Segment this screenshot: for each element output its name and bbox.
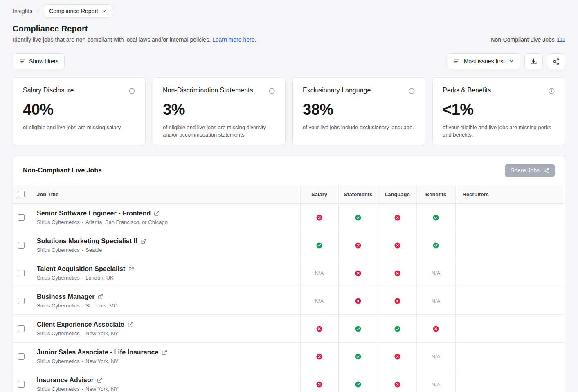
share-jobs-button[interactable]: Share Jobs xyxy=(505,164,555,177)
x-circle-icon xyxy=(394,354,400,360)
external-link-icon[interactable] xyxy=(154,211,160,216)
column-header-statements: Statements xyxy=(338,185,378,204)
breadcrumb-separator: / xyxy=(37,8,39,14)
job-location: St. Louis, MO xyxy=(85,302,118,309)
stat-description: of eligible and live jobs are missing di… xyxy=(163,124,275,139)
benefits-status-cell: N/A xyxy=(416,370,455,392)
learn-more-link[interactable]: Learn more here xyxy=(212,36,255,43)
language-status-cell xyxy=(378,315,416,343)
non-compliant-summary: Non-Compliant Live Jobs111 xyxy=(490,36,565,43)
check-circle-icon xyxy=(355,354,361,360)
share-button[interactable] xyxy=(547,53,565,69)
compliance-report-page: Insights / Compliance Report Compliance … xyxy=(0,0,578,392)
not-applicable-label: N/A xyxy=(432,298,441,304)
job-title-link[interactable]: Client Experience Associate xyxy=(37,321,124,328)
breadcrumb-insights[interactable]: Insights xyxy=(13,8,32,14)
table-row: Client Experience Associate Sirius Cyber… xyxy=(13,315,565,343)
external-link-icon[interactable] xyxy=(97,377,103,383)
not-applicable-label: N/A xyxy=(315,298,324,304)
external-link-icon[interactable] xyxy=(128,266,134,272)
table-header-row: Job Title Salary Statements Language Ben… xyxy=(13,185,565,204)
row-checkbox[interactable] xyxy=(18,325,25,332)
language-status-cell xyxy=(378,370,416,392)
check-circle-icon xyxy=(355,381,361,388)
job-company: Sirius Cybernetics xyxy=(37,302,80,309)
x-circle-icon xyxy=(316,215,322,221)
report-selector-label: Compliance Report xyxy=(49,8,98,14)
x-circle-icon xyxy=(394,270,400,276)
salary-status-cell xyxy=(300,343,338,370)
language-status-cell xyxy=(378,343,416,370)
recruiters-cell xyxy=(455,315,565,343)
info-icon[interactable] xyxy=(408,87,415,96)
chevron-down-icon xyxy=(508,58,514,64)
external-link-icon[interactable] xyxy=(140,238,146,244)
jobs-table-title: Non-Compliant Live Jobs xyxy=(23,167,102,174)
row-checkbox[interactable] xyxy=(18,381,25,388)
table-row: Business Manager Sirius Cybernetics - St… xyxy=(13,287,565,315)
not-applicable-label: N/A xyxy=(432,270,441,276)
statements-status-cell xyxy=(338,315,378,343)
row-checkbox[interactable] xyxy=(18,242,25,249)
x-circle-icon xyxy=(355,270,361,276)
benefits-status-cell xyxy=(416,231,455,259)
job-title-link[interactable]: Talent Acquisition Specialist xyxy=(37,265,125,273)
x-circle-icon xyxy=(394,381,400,388)
check-circle-icon xyxy=(355,215,361,221)
stat-card-exclusionary-language: Exclusionary Language 38% of your live j… xyxy=(292,77,425,145)
table-row: Senior Software Engineer - Frontend Siri… xyxy=(13,204,565,231)
job-title-link[interactable]: Junior Sales Associate - Life Insurance xyxy=(37,349,158,356)
row-checkbox[interactable] xyxy=(18,353,25,360)
info-icon[interactable] xyxy=(128,87,135,96)
share-jobs-label: Share Jobs xyxy=(511,167,540,174)
download-button[interactable] xyxy=(524,53,543,69)
recruiters-cell xyxy=(455,370,565,392)
company-location-separator: - xyxy=(82,219,83,225)
job-title-link[interactable]: Insurance Advisor xyxy=(37,376,94,384)
statements-status-cell xyxy=(338,287,378,315)
table-row: Junior Sales Associate - Life Insurance … xyxy=(13,343,565,370)
x-circle-icon xyxy=(355,298,361,304)
sort-label: Most issues first xyxy=(464,58,505,65)
info-icon[interactable] xyxy=(268,87,275,96)
salary-status-cell xyxy=(300,315,338,343)
table-row: Insurance Advisor Sirius Cybernetics - N… xyxy=(13,370,565,392)
statements-status-cell xyxy=(338,204,378,231)
share-icon xyxy=(543,168,549,174)
x-circle-icon xyxy=(394,298,400,304)
job-location: Seattle xyxy=(85,247,102,253)
salary-status-cell: N/A xyxy=(300,287,338,315)
show-filters-button[interactable]: Show filters xyxy=(13,53,65,69)
job-title-link[interactable]: Senior Software Engineer - Frontend xyxy=(37,210,151,217)
row-checkbox[interactable] xyxy=(18,270,25,276)
info-icon[interactable] xyxy=(548,87,555,96)
statements-status-cell xyxy=(338,259,378,287)
toolbar: Show filters Most issues first xyxy=(13,53,565,69)
not-applicable-label: N/A xyxy=(432,381,441,388)
column-header-language: Language xyxy=(378,185,416,204)
not-applicable-label: N/A xyxy=(432,354,441,360)
table-row: Solutions Marketing Specialist II Sirius… xyxy=(13,231,565,259)
external-link-icon[interactable] xyxy=(162,349,167,355)
job-title-link[interactable]: Business Manager xyxy=(37,293,94,300)
job-location: Atlanta, San Francisco, or Chicago xyxy=(85,219,168,225)
select-all-checkbox[interactable] xyxy=(18,191,25,197)
recruiters-cell xyxy=(455,231,565,259)
check-circle-icon xyxy=(355,326,361,332)
row-checkbox[interactable] xyxy=(18,214,25,221)
check-circle-icon xyxy=(433,242,439,249)
page-title: Compliance Report xyxy=(13,24,565,34)
report-selector-dropdown[interactable]: Compliance Report xyxy=(44,4,112,18)
external-link-icon[interactable] xyxy=(98,294,103,300)
page-description: Identify live jobs that are non-complian… xyxy=(13,36,256,43)
job-title-link[interactable]: Solutions Marketing Specialist II xyxy=(37,237,137,245)
language-status-cell xyxy=(378,259,416,287)
stat-title: Salary Disclosure xyxy=(23,87,74,94)
chevron-down-icon xyxy=(101,8,107,14)
recruiters-cell xyxy=(455,259,565,287)
row-checkbox[interactable] xyxy=(18,298,25,304)
x-circle-icon xyxy=(355,242,361,249)
sort-dropdown[interactable]: Most issues first xyxy=(448,53,520,69)
stat-description: of your live jobs include exclusionary l… xyxy=(303,124,415,131)
external-link-icon[interactable] xyxy=(128,322,133,327)
